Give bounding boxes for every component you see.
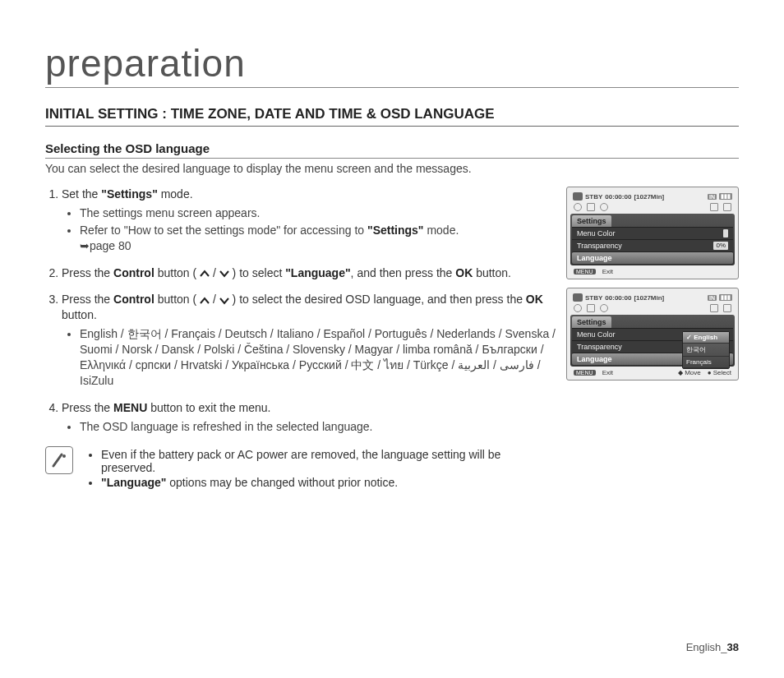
osd-remain: [1027Min] — [634, 294, 664, 302]
s4a: Press the — [62, 401, 113, 414]
osd-icon-row — [570, 303, 735, 315]
step4-sub1: The OSD language is refreshed in the sel… — [80, 419, 556, 435]
osd-exit: Exit — [602, 369, 613, 376]
svg-point-0 — [62, 454, 66, 458]
note-2: "Language" options may be changed withou… — [101, 476, 556, 489]
intro-text: You can select the desired language to d… — [45, 162, 739, 175]
osd-move: ◆ Move — [678, 369, 701, 376]
popup-english: ✓ English — [683, 332, 729, 344]
osd-row-menucolor: Menu Color — [572, 227, 733, 239]
page-title: preparation — [45, 41, 739, 88]
osd-time: 00:00:00 — [605, 294, 631, 302]
footer-page: 38 — [727, 641, 739, 653]
step1-pageref: ➥page 80 — [80, 239, 131, 252]
mode-icon — [710, 203, 718, 211]
s3f: OK — [526, 293, 543, 306]
s3c: button ( — [154, 293, 200, 306]
s2f: "Language" — [285, 266, 350, 279]
in-icon: IN — [708, 295, 717, 301]
battery-icon: ▮▮▮ — [719, 294, 732, 301]
s2i: button. — [473, 266, 511, 279]
s3a: Press the — [62, 293, 113, 306]
osd-row-language-selected: Language — [572, 251, 733, 264]
osd-val-pct: 0% — [713, 242, 728, 250]
step1-sub1: The settings menu screen appears. — [80, 205, 556, 221]
osd-screenshot-1: STBY 00:00:00 [1027Min] IN ▮▮▮ Settings … — [566, 187, 739, 279]
step1-sub2: Refer to "How to set the settings mode" … — [80, 223, 556, 254]
osd-language-popup: ✓ English 한국어 Français — [682, 331, 730, 369]
page-footer: English_38 — [686, 641, 739, 653]
osd-exit: Exit — [602, 268, 613, 275]
mode-icon — [587, 203, 595, 211]
step1-sub2-c: mode. — [424, 224, 459, 237]
step1-sub2-b: "Settings" — [367, 224, 424, 237]
note-icon — [45, 446, 73, 474]
note-block: Even if the battery pack or AC power are… — [45, 446, 556, 491]
camera-icon — [573, 192, 583, 201]
s2e: ) to select — [229, 266, 285, 279]
in-icon: IN — [708, 194, 717, 200]
s2b: Control — [113, 266, 154, 279]
s3b: Control — [113, 293, 154, 306]
up-chevron-icon — [200, 270, 210, 278]
mode-icon — [574, 203, 582, 211]
step-4: Press the MENU button to exit the menu. … — [62, 400, 556, 435]
s3g: button. — [62, 308, 97, 321]
menu-button-label: MENU — [574, 370, 596, 376]
up-chevron-icon — [200, 297, 210, 305]
s3d: / — [210, 293, 219, 306]
step1-sub2-a: Refer to "How to set the settings mode" … — [80, 224, 367, 237]
note-1: Even if the battery pack or AC power are… — [101, 448, 556, 474]
s2h: OK — [455, 266, 473, 279]
mode-icon — [587, 304, 595, 312]
mode-icon — [600, 304, 608, 312]
osd-stby: STBY — [585, 294, 602, 302]
camera-icon — [573, 293, 583, 302]
step-2: Press the Control button ( / ) to select… — [62, 265, 556, 281]
step-3: Press the Control button ( / ) to select… — [62, 292, 556, 388]
popup-french: Français — [683, 357, 729, 368]
mode-icon — [723, 203, 731, 211]
s3e: ) to select the desired OSD language, an… — [229, 293, 526, 306]
s2g: , and then press the — [351, 266, 456, 279]
s2a: Press the — [62, 266, 113, 279]
step3-langs: English / 한국어 / Français / Deutsch / Ita… — [80, 326, 556, 389]
steps-list: Set the "Settings" mode. The settings me… — [45, 187, 556, 435]
mode-icon — [600, 203, 608, 211]
footer-lang: English — [686, 641, 722, 653]
mode-icon — [574, 304, 582, 312]
step-1: Set the "Settings" mode. The settings me… — [62, 187, 556, 254]
popup-korean: 한국어 — [683, 344, 729, 357]
note2a: "Language" — [101, 476, 166, 489]
osd-tab-settings: Settings — [572, 316, 611, 328]
section-heading: INITIAL SETTING : TIME ZONE, DATE AND TI… — [45, 106, 739, 127]
osd-icon-row — [570, 202, 735, 214]
mode-icon — [723, 304, 731, 312]
sub-heading: Selecting the OSD language — [45, 141, 739, 159]
step1-text-a: Set the — [62, 187, 101, 201]
osd-select: ● Select — [708, 369, 731, 376]
osd-row-transparency: Transparency0% — [572, 239, 733, 251]
note2b: options may be changed without prior not… — [166, 476, 398, 489]
s2d: / — [210, 266, 219, 279]
battery-icon: ▮▮▮ — [719, 193, 732, 200]
step1-settings: "Settings" — [101, 187, 158, 201]
s2c: button ( — [154, 266, 200, 279]
osd-remain: [1027Min] — [634, 193, 664, 201]
step1-text-c: mode. — [158, 187, 193, 201]
down-chevron-icon — [219, 297, 229, 305]
osd-time: 00:00:00 — [605, 193, 631, 201]
down-chevron-icon — [219, 270, 229, 278]
osd-stby: STBY — [585, 193, 602, 201]
osd-screenshot-2: STBY 00:00:00 [1027Min] IN ▮▮▮ Settings … — [566, 288, 739, 381]
s4b: MENU — [113, 401, 147, 414]
osd-tab-settings: Settings — [572, 215, 611, 227]
menu-button-label: MENU — [574, 269, 596, 274]
mode-icon — [710, 304, 718, 312]
s4c: button to exit the menu. — [147, 401, 270, 414]
osd-val-blank — [723, 229, 728, 238]
